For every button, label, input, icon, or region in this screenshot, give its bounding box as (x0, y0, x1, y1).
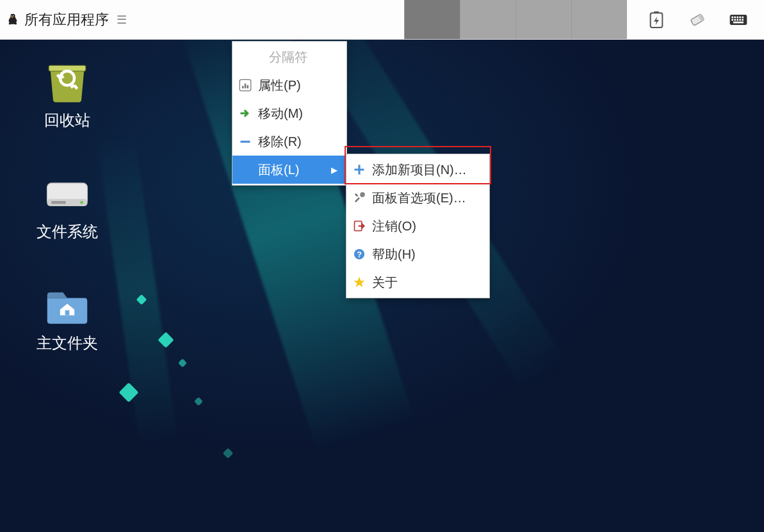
menu-item-logout[interactable]: 注销(O) (346, 212, 489, 240)
help-icon: ? (353, 248, 366, 261)
home-folder-label: 主文件夹 (37, 333, 98, 353)
svg-rect-16 (742, 19, 744, 20)
background-particle (194, 397, 203, 406)
svg-point-1 (13, 15, 14, 16)
menu-item-text: 移除(R) (258, 133, 302, 150)
panel-context-menu: 分隔符 属性(P) 移动(M) 移除(R) 面板(L) ▸ (232, 41, 347, 186)
menu-item-about[interactable]: 关于 (346, 268, 489, 296)
menu-item-text: 属性(P) (258, 77, 301, 94)
top-panel: 所有应用程序 ☰ (0, 0, 764, 40)
svg-rect-7 (731, 16, 733, 18)
menu-item-text: 添加新项目(N)… (372, 161, 467, 179)
submenu-arrow-icon: ▸ (331, 162, 337, 177)
filesystem-desktop-icon[interactable]: 文件系统 (29, 175, 106, 242)
window-button-4[interactable] (571, 0, 627, 39)
svg-rect-3 (654, 11, 659, 13)
plus-icon (353, 163, 366, 176)
menu-item-properties[interactable]: 属性(P) (232, 71, 346, 99)
svg-rect-8 (734, 16, 736, 18)
svg-rect-11 (742, 16, 744, 18)
menu-item-remove[interactable]: 移除(R) (232, 127, 346, 156)
filesystem-label: 文件系统 (37, 222, 98, 242)
arrow-right-icon (239, 107, 252, 120)
tools-icon (353, 191, 366, 204)
svg-rect-13 (734, 19, 736, 20)
linux-penguin-icon (5, 13, 19, 27)
svg-rect-23 (65, 310, 70, 316)
svg-rect-14 (736, 19, 738, 20)
drive-icon (44, 175, 90, 215)
menu-item-text: 帮助(H) (372, 246, 416, 263)
window-button-1[interactable] (404, 0, 460, 39)
menu-item-text: 面板首选项(E)… (372, 189, 466, 207)
battery-icon[interactable] (646, 10, 667, 30)
trash-desktop-icon[interactable]: 回收站 (29, 64, 106, 131)
panel-submenu: 添加新项目(N)… 面板首选项(E)… 注销(O) ? 帮助(H) 关于 (346, 154, 490, 298)
background-particle (223, 448, 234, 459)
svg-rect-9 (736, 16, 738, 18)
svg-point-0 (11, 15, 12, 16)
applications-menu-button[interactable]: 所有应用程序 ☰ (0, 10, 127, 29)
menu-item-text: 移动(M) (258, 105, 303, 122)
trash-label: 回收站 (44, 110, 90, 131)
menu-item-separator-label: 分隔符 (232, 43, 346, 71)
window-button-2[interactable] (460, 0, 516, 39)
eraser-icon[interactable] (687, 10, 708, 30)
logout-icon (353, 220, 366, 232)
menu-item-text: 分隔符 (269, 49, 307, 66)
menu-item-text: 注销(O) (372, 218, 416, 235)
svg-rect-25 (241, 141, 250, 143)
window-button-3[interactable] (516, 0, 571, 39)
desktop-icons-column: 回收站 文件系统 主文件夹 (29, 64, 106, 353)
svg-rect-17 (733, 21, 744, 23)
menu-item-add-new[interactable]: 添加新项目(N)… (346, 156, 489, 184)
svg-text:?: ? (357, 250, 362, 259)
home-folder-desktop-icon[interactable]: 主文件夹 (29, 287, 106, 353)
svg-rect-15 (739, 19, 741, 20)
svg-rect-12 (731, 19, 733, 20)
properties-icon (239, 79, 252, 92)
background-particle (178, 359, 187, 367)
menu-item-panel[interactable]: 面板(L) ▸ (232, 156, 346, 184)
svg-point-21 (80, 201, 83, 204)
menu-item-text: 面板(L) (258, 161, 299, 179)
background-beam (96, 131, 179, 453)
svg-rect-22 (51, 201, 66, 204)
minus-icon (239, 135, 252, 148)
svg-rect-10 (739, 16, 741, 18)
menu-item-text: 关于 (372, 274, 398, 291)
trash-icon (44, 64, 90, 104)
menu-item-help[interactable]: ? 帮助(H) (346, 240, 489, 268)
home-folder-icon (44, 287, 90, 326)
window-buttons-group (404, 0, 627, 39)
applications-menu-label: 所有应用程序 (24, 10, 109, 29)
star-icon (353, 276, 366, 289)
menu-item-move[interactable]: 移动(M) (232, 99, 346, 127)
blank-icon (239, 163, 252, 176)
system-tray (627, 10, 764, 30)
menu-indicator-icon: ☰ (117, 13, 127, 27)
menu-item-preferences[interactable]: 面板首选项(E)… (346, 184, 489, 212)
keyboard-icon[interactable] (728, 10, 749, 30)
